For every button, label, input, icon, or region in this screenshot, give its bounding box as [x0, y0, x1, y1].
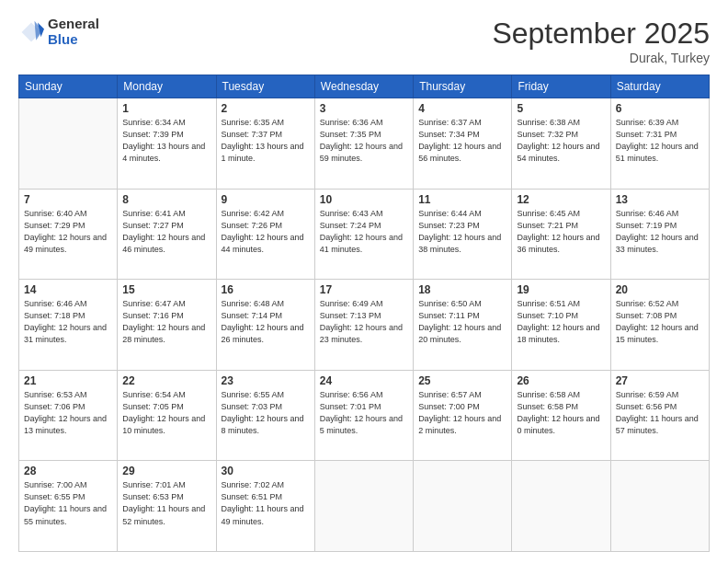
- day-number: 4: [418, 102, 506, 115]
- table-row: 3Sunrise: 6:36 AMSunset: 7:35 PMDaylight…: [314, 98, 413, 190]
- day-number: 22: [122, 374, 210, 387]
- cell-info: Sunrise: 6:51 AMSunset: 7:10 PMDaylight:…: [517, 298, 605, 346]
- day-number: 12: [517, 193, 605, 206]
- calendar-week-row: 28Sunrise: 7:00 AMSunset: 6:55 PMDayligh…: [19, 461, 710, 552]
- day-number: 21: [24, 374, 112, 387]
- table-row: 15Sunrise: 6:47 AMSunset: 7:16 PMDayligh…: [118, 280, 216, 371]
- day-number: 30: [222, 465, 310, 477]
- table-row: 6Sunrise: 6:39 AMSunset: 7:31 PMDaylight…: [610, 98, 709, 190]
- cell-info: Sunrise: 7:01 AMSunset: 6:53 PMDaylight:…: [122, 479, 210, 527]
- day-number: 14: [24, 283, 112, 296]
- day-number: 2: [222, 102, 310, 115]
- cell-info: Sunrise: 6:44 AMSunset: 7:23 PMDaylight:…: [418, 208, 506, 256]
- day-number: 7: [24, 193, 112, 206]
- day-number: 5: [517, 102, 605, 115]
- cell-info: Sunrise: 6:38 AMSunset: 7:32 PMDaylight:…: [517, 117, 605, 165]
- day-number: 3: [320, 102, 408, 115]
- cell-info: Sunrise: 6:56 AMSunset: 7:01 PMDaylight:…: [320, 389, 408, 437]
- header: General Blue September 2025 Durak, Turke…: [18, 17, 710, 65]
- day-number: 1: [122, 102, 210, 115]
- table-row: 5Sunrise: 6:38 AMSunset: 7:32 PMDaylight…: [512, 98, 610, 190]
- table-row: [414, 461, 512, 552]
- title-block: September 2025 Durak, Turkey: [492, 17, 710, 65]
- cell-info: Sunrise: 6:54 AMSunset: 7:05 PMDaylight:…: [122, 389, 210, 437]
- cell-info: Sunrise: 6:49 AMSunset: 7:13 PMDaylight:…: [320, 298, 408, 346]
- table-row: 9Sunrise: 6:42 AMSunset: 7:26 PMDaylight…: [216, 189, 314, 280]
- day-number: 24: [320, 374, 408, 387]
- table-row: 26Sunrise: 6:58 AMSunset: 6:58 PMDayligh…: [512, 370, 610, 461]
- cell-info: Sunrise: 6:37 AMSunset: 7:34 PMDaylight:…: [418, 117, 506, 165]
- logo-general-text: General: [48, 17, 99, 32]
- logo-text: General Blue: [48, 17, 99, 47]
- calendar-week-row: 21Sunrise: 6:53 AMSunset: 7:06 PMDayligh…: [19, 370, 710, 461]
- day-number: 9: [222, 193, 310, 206]
- month-title: September 2025: [492, 17, 710, 51]
- day-number: 11: [418, 193, 506, 206]
- table-row: 7Sunrise: 6:40 AMSunset: 7:29 PMDaylight…: [19, 189, 118, 280]
- header-wednesday: Wednesday: [314, 75, 413, 98]
- header-tuesday: Tuesday: [216, 75, 314, 98]
- header-monday: Monday: [118, 75, 216, 98]
- logo-blue-text: Blue: [48, 32, 99, 48]
- cell-info: Sunrise: 6:53 AMSunset: 7:06 PMDaylight:…: [24, 389, 112, 437]
- table-row: 8Sunrise: 6:41 AMSunset: 7:27 PMDaylight…: [118, 189, 216, 280]
- table-row: 25Sunrise: 6:57 AMSunset: 7:00 PMDayligh…: [414, 370, 512, 461]
- cell-info: Sunrise: 6:34 AMSunset: 7:39 PMDaylight:…: [122, 117, 210, 165]
- day-number: 29: [122, 465, 210, 477]
- cell-info: Sunrise: 6:58 AMSunset: 6:58 PMDaylight:…: [517, 389, 605, 437]
- table-row: 10Sunrise: 6:43 AMSunset: 7:24 PMDayligh…: [314, 189, 413, 280]
- header-thursday: Thursday: [414, 75, 512, 98]
- table-row: 1Sunrise: 6:34 AMSunset: 7:39 PMDaylight…: [118, 98, 216, 190]
- header-saturday: Saturday: [610, 75, 709, 98]
- table-row: [314, 461, 413, 552]
- cell-info: Sunrise: 7:02 AMSunset: 6:51 PMDaylight:…: [222, 479, 310, 527]
- day-number: 6: [616, 102, 704, 115]
- table-row: 4Sunrise: 6:37 AMSunset: 7:34 PMDaylight…: [414, 98, 512, 190]
- table-row: 12Sunrise: 6:45 AMSunset: 7:21 PMDayligh…: [512, 189, 610, 280]
- table-row: [512, 461, 610, 552]
- table-row: 30Sunrise: 7:02 AMSunset: 6:51 PMDayligh…: [216, 461, 314, 552]
- page: General Blue September 2025 Durak, Turke…: [0, 0, 728, 563]
- cell-info: Sunrise: 6:48 AMSunset: 7:14 PMDaylight:…: [222, 298, 310, 346]
- table-row: 23Sunrise: 6:55 AMSunset: 7:03 PMDayligh…: [216, 370, 314, 461]
- cell-info: Sunrise: 6:47 AMSunset: 7:16 PMDaylight:…: [122, 298, 210, 346]
- cell-info: Sunrise: 6:59 AMSunset: 6:56 PMDaylight:…: [616, 389, 704, 437]
- table-row: 16Sunrise: 6:48 AMSunset: 7:14 PMDayligh…: [216, 280, 314, 371]
- day-number: 17: [320, 283, 408, 296]
- table-row: 24Sunrise: 6:56 AMSunset: 7:01 PMDayligh…: [314, 370, 413, 461]
- table-row: 11Sunrise: 6:44 AMSunset: 7:23 PMDayligh…: [414, 189, 512, 280]
- cell-info: Sunrise: 6:39 AMSunset: 7:31 PMDaylight:…: [616, 117, 704, 165]
- header-sunday: Sunday: [19, 75, 118, 98]
- table-row: 14Sunrise: 6:46 AMSunset: 7:18 PMDayligh…: [19, 280, 118, 371]
- day-number: 16: [222, 283, 310, 296]
- table-row: 21Sunrise: 6:53 AMSunset: 7:06 PMDayligh…: [19, 370, 118, 461]
- day-number: 15: [122, 283, 210, 296]
- logo: General Blue: [18, 17, 99, 47]
- cell-info: Sunrise: 6:55 AMSunset: 7:03 PMDaylight:…: [222, 389, 310, 437]
- table-row: 20Sunrise: 6:52 AMSunset: 7:08 PMDayligh…: [610, 280, 709, 371]
- cell-info: Sunrise: 7:00 AMSunset: 6:55 PMDaylight:…: [24, 479, 112, 527]
- table-row: 29Sunrise: 7:01 AMSunset: 6:53 PMDayligh…: [118, 461, 216, 552]
- day-number: 26: [517, 374, 605, 387]
- table-row: 13Sunrise: 6:46 AMSunset: 7:19 PMDayligh…: [610, 189, 709, 280]
- day-number: 20: [616, 283, 704, 296]
- logo-icon: [18, 19, 44, 45]
- day-number: 10: [320, 193, 408, 206]
- table-row: [19, 98, 118, 190]
- table-row: 22Sunrise: 6:54 AMSunset: 7:05 PMDayligh…: [118, 370, 216, 461]
- table-row: 28Sunrise: 7:00 AMSunset: 6:55 PMDayligh…: [19, 461, 118, 552]
- cell-info: Sunrise: 6:42 AMSunset: 7:26 PMDaylight:…: [222, 208, 310, 256]
- cell-info: Sunrise: 6:36 AMSunset: 7:35 PMDaylight:…: [320, 117, 408, 165]
- cell-info: Sunrise: 6:43 AMSunset: 7:24 PMDaylight:…: [320, 208, 408, 256]
- day-number: 8: [122, 193, 210, 206]
- table-row: 17Sunrise: 6:49 AMSunset: 7:13 PMDayligh…: [314, 280, 413, 371]
- cell-info: Sunrise: 6:45 AMSunset: 7:21 PMDaylight:…: [517, 208, 605, 256]
- day-number: 27: [616, 374, 704, 387]
- cell-info: Sunrise: 6:40 AMSunset: 7:29 PMDaylight:…: [24, 208, 112, 256]
- cell-info: Sunrise: 6:46 AMSunset: 7:18 PMDaylight:…: [24, 298, 112, 346]
- weekday-header-row: Sunday Monday Tuesday Wednesday Thursday…: [19, 75, 710, 98]
- calendar-week-row: 14Sunrise: 6:46 AMSunset: 7:18 PMDayligh…: [19, 280, 710, 371]
- calendar-table: Sunday Monday Tuesday Wednesday Thursday…: [18, 75, 710, 552]
- table-row: 19Sunrise: 6:51 AMSunset: 7:10 PMDayligh…: [512, 280, 610, 371]
- header-friday: Friday: [512, 75, 610, 98]
